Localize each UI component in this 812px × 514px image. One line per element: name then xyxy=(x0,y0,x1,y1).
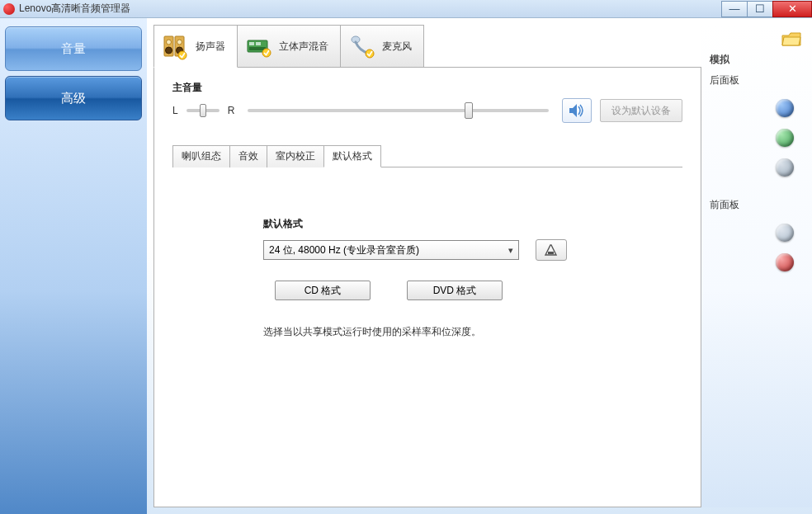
front-jack-red[interactable] xyxy=(776,253,794,271)
sub-tabs: 喇叭组态 音效 室内校正 默认格式 xyxy=(172,144,682,167)
minimize-button[interactable]: — xyxy=(721,1,748,17)
master-volume-label: 主音量 xyxy=(172,81,682,95)
default-format-panel: 默认格式 24 位, 48000 Hz (专业录音室音质) xyxy=(172,167,682,339)
subtab-room-correction[interactable]: 室内校正 xyxy=(267,145,324,167)
master-volume-slider[interactable] xyxy=(248,109,549,112)
svg-rect-8 xyxy=(249,42,254,45)
folder-icon[interactable] xyxy=(781,31,804,48)
right-panel: 模拟 后面板 前面板 xyxy=(701,25,812,507)
tab-stereomix-label: 立体声混音 xyxy=(279,40,328,54)
master-volume-row: L R 设为默认设备 xyxy=(172,98,682,123)
content-panel: 主音量 L R 设为默认设备 xyxy=(153,67,701,507)
svg-point-2 xyxy=(166,47,172,54)
mute-button[interactable] xyxy=(562,98,592,123)
app-icon xyxy=(3,3,15,15)
subtab-sound-effect[interactable]: 音效 xyxy=(229,145,267,167)
window-title: Lenovo高清晰音频管理器 xyxy=(19,2,722,16)
front-jack-grey[interactable] xyxy=(776,224,794,242)
set-default-button[interactable]: 设为默认设备 xyxy=(600,99,682,122)
left-sidebar: 音量 高级 xyxy=(0,18,147,514)
svg-rect-9 xyxy=(256,42,261,45)
sidebar-advanced[interactable]: 高级 xyxy=(5,76,142,120)
svg-rect-15 xyxy=(548,252,554,254)
svg-point-6 xyxy=(178,51,186,59)
rear-jack-blue[interactable] xyxy=(776,99,794,117)
svg-point-4 xyxy=(177,40,182,45)
subtab-default-format[interactable]: 默认格式 xyxy=(323,145,381,167)
tab-speaker[interactable]: 扬声器 xyxy=(153,25,238,68)
svg-point-14 xyxy=(366,50,374,58)
balance-slider[interactable] xyxy=(186,109,220,112)
front-jacks xyxy=(710,224,804,271)
device-tabs: 扬声器 立体声混音 xyxy=(153,25,701,68)
format-select[interactable]: 24 位, 48000 Hz (专业录音室音质) xyxy=(263,240,519,260)
svg-point-11 xyxy=(262,49,271,57)
title-bar: Lenovo高清晰音频管理器 — ☐ ✕ xyxy=(0,0,812,18)
tab-microphone[interactable]: 麦克风 xyxy=(340,25,424,68)
format-select-value: 24 位, 48000 Hz (专业录音室音质) xyxy=(269,243,419,257)
format-title: 默认格式 xyxy=(263,217,625,231)
front-panel-label: 前面板 xyxy=(710,198,804,212)
microphone-icon xyxy=(347,32,375,60)
speaker-icon xyxy=(161,32,189,60)
sidebar-volume[interactable]: 音量 xyxy=(5,26,142,71)
sound-icon xyxy=(568,102,586,119)
balance-right-label: R xyxy=(228,105,235,116)
rear-jack-green[interactable] xyxy=(776,129,794,147)
svg-point-1 xyxy=(167,40,172,45)
tab-stereomix[interactable]: 立体声混音 xyxy=(237,25,341,68)
tab-microphone-label: 麦克风 xyxy=(382,40,412,54)
tab-speaker-label: 扬声器 xyxy=(196,40,225,54)
analog-title: 模拟 xyxy=(710,53,804,67)
close-button[interactable]: ✕ xyxy=(772,1,812,17)
rear-panel-label: 后面板 xyxy=(710,73,804,87)
format-description: 选择当以共享模式运行时使用的采样率和位深度。 xyxy=(263,325,625,339)
window-controls: — ☐ ✕ xyxy=(722,1,812,17)
subtab-speaker-config[interactable]: 喇叭组态 xyxy=(172,145,230,167)
maximize-button[interactable]: ☐ xyxy=(747,1,773,17)
cd-format-button[interactable]: CD 格式 xyxy=(275,281,371,300)
test-play-button[interactable] xyxy=(536,239,567,261)
dvd-format-button[interactable]: DVD 格式 xyxy=(407,281,503,300)
play-icon xyxy=(544,243,559,257)
soundcard-icon xyxy=(244,32,272,60)
rear-jack-grey[interactable] xyxy=(776,158,794,177)
rear-jacks xyxy=(710,99,804,177)
balance-left-label: L xyxy=(172,105,178,116)
